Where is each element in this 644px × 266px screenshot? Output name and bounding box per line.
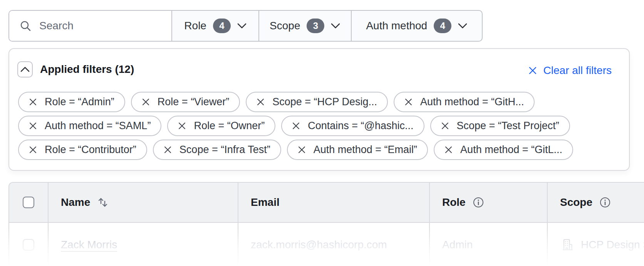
filter-pill: Scope = “HCP Desig... <box>246 92 388 112</box>
search-input[interactable] <box>39 20 155 32</box>
applied-filters-header: Applied filters (12) <box>17 61 134 77</box>
name-column-header[interactable]: Name <box>48 183 238 223</box>
applied-filter-pills: Role = “Admin” Role = “Viewer” Scope = “… <box>18 92 573 160</box>
pill-row: Role = “Contributor” Scope = “Infra Test… <box>18 140 573 160</box>
user-role: Admin <box>442 239 473 251</box>
remove-filter-icon[interactable] <box>441 122 449 130</box>
info-icon[interactable] <box>599 197 611 208</box>
remove-filter-icon[interactable] <box>29 146 37 154</box>
name-column-label: Name <box>61 196 90 209</box>
filter-pill-label: Role = “Contributor” <box>45 144 136 156</box>
role-filter-dropdown[interactable]: Role 4 <box>172 11 258 41</box>
info-icon[interactable] <box>473 197 484 208</box>
filter-pill-label: Auth method = “Email” <box>314 144 417 156</box>
remove-filter-icon[interactable] <box>142 98 150 106</box>
email-column-header: Email <box>238 183 429 223</box>
filter-pill: Auth method = “Email” <box>287 140 428 160</box>
filter-pill-label: Role = “Admin” <box>45 96 114 108</box>
users-table: Name Email Role Scope Zack Morris <box>8 182 644 266</box>
applied-filters-title: Applied filters (12) <box>40 63 134 76</box>
role-filter-count-badge: 4 <box>213 19 231 33</box>
user-email: zack.morris@hashicorp.com <box>251 239 387 251</box>
role-column-header: Role <box>429 183 547 223</box>
filter-pill-label: Role = “Viewer” <box>158 96 229 108</box>
scope-column-header: Scope <box>547 183 644 223</box>
remove-filter-icon[interactable] <box>29 122 37 130</box>
name-cell: Zack Morris <box>48 223 238 266</box>
filter-pill-label: Auth method = “GitL... <box>460 144 562 156</box>
scope-filter-dropdown[interactable]: Scope 3 <box>258 11 351 41</box>
user-scope: HCP Design S <box>581 239 644 251</box>
scope-filter-count-badge: 3 <box>307 19 324 33</box>
auth-method-filter-label: Auth method <box>366 20 427 32</box>
remove-filter-icon[interactable] <box>29 98 37 106</box>
chevron-down-icon <box>458 23 467 29</box>
remove-filter-icon[interactable] <box>404 98 413 106</box>
clear-icon <box>528 66 538 76</box>
filter-pill-label: Role = “Owner” <box>194 120 265 132</box>
filter-pill: Role = “Owner” <box>167 116 275 136</box>
filter-pill-label: Auth method = “SAML” <box>45 120 151 132</box>
auth-method-filter-dropdown[interactable]: Auth method 4 <box>351 11 482 41</box>
email-column-label: Email <box>251 196 280 209</box>
remove-filter-icon[interactable] <box>292 122 300 130</box>
scope-column-label: Scope <box>560 196 592 209</box>
filter-pill: Auth method = “GitH... <box>394 92 535 112</box>
applied-filters-panel: Applied filters (12) Clear all filters R… <box>8 48 630 171</box>
row-select-cell <box>9 223 48 266</box>
pill-row: Auth method = “SAML” Role = “Owner” Cont… <box>18 116 573 136</box>
chevron-down-icon <box>237 23 247 29</box>
role-cell: Admin <box>429 223 547 266</box>
search-icon <box>19 20 32 32</box>
filter-toolbar: Role 4 Scope 3 Auth method 4 <box>8 10 483 42</box>
filter-pill: Auth method = “SAML” <box>18 116 161 136</box>
organization-icon <box>560 237 575 252</box>
role-filter-label: Role <box>184 20 206 32</box>
search-box[interactable] <box>9 11 172 41</box>
row-checkbox[interactable] <box>23 239 34 251</box>
filter-pill: Role = “Contributor” <box>18 140 147 160</box>
scope-cell: HCP Design S <box>547 223 644 266</box>
scope-filter-label: Scope <box>270 20 300 32</box>
filter-pill: Scope = “Infra Test” <box>153 140 281 160</box>
select-all-checkbox[interactable] <box>23 197 34 208</box>
filter-pill: Role = “Admin” <box>18 92 125 112</box>
remove-filter-icon[interactable] <box>257 98 265 106</box>
auth-method-filter-count-badge: 4 <box>434 19 451 33</box>
clear-all-filters-button[interactable]: Clear all filters <box>528 64 612 77</box>
clear-all-filters-label: Clear all filters <box>543 64 612 77</box>
pill-row: Role = “Admin” Role = “Viewer” Scope = “… <box>18 92 573 112</box>
remove-filter-icon[interactable] <box>444 146 453 154</box>
remove-filter-icon[interactable] <box>298 146 306 154</box>
select-all-cell <box>9 183 48 223</box>
filter-pill: Role = “Viewer” <box>131 92 240 112</box>
filter-pill-label: Auth method = “GitH... <box>420 96 524 108</box>
chevron-down-icon <box>331 23 340 29</box>
remove-filter-icon[interactable] <box>178 122 186 130</box>
filter-pill-label: Contains = “@hashic... <box>308 120 413 132</box>
filter-pill-label: Scope = “Test Project” <box>457 120 559 132</box>
remove-filter-icon[interactable] <box>164 146 172 154</box>
filter-pill: Auth method = “GitL... <box>434 140 573 160</box>
chevron-up-icon <box>20 67 30 72</box>
filter-pill: Contains = “@hashic... <box>281 116 424 136</box>
role-column-label: Role <box>442 196 466 209</box>
user-name-link[interactable]: Zack Morris <box>61 239 117 251</box>
filter-pill-label: Scope = “Infra Test” <box>179 144 270 156</box>
filter-pill-label: Scope = “HCP Desig... <box>272 96 377 108</box>
collapse-filters-button[interactable] <box>17 61 33 77</box>
sort-icon[interactable] <box>97 197 109 208</box>
filter-pill: Scope = “Test Project” <box>430 116 570 136</box>
email-cell: zack.morris@hashicorp.com <box>238 223 429 266</box>
